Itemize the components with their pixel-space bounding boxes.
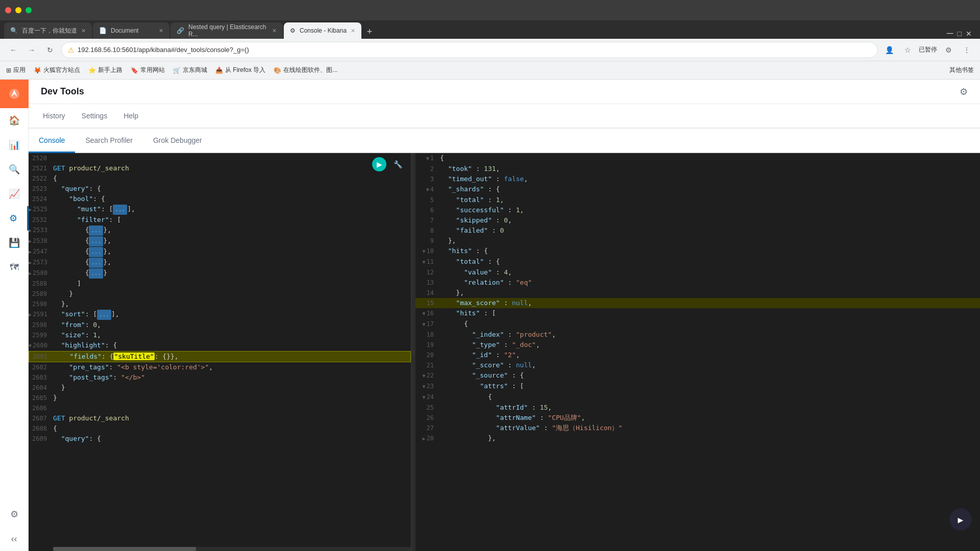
line-content: "fields": {"skuTitle": {}}, [54, 352, 406, 362]
sidebar-item-devtools[interactable]: ⚙ [0, 206, 29, 231]
bookmark-import[interactable]: 📥 从 Firefox 导入 [215, 66, 265, 74]
bookmark-common[interactable]: 🔖 常用网站 [131, 66, 165, 74]
line-number: ▼4 [415, 184, 440, 195]
editor-divider[interactable]: ⋮ [411, 153, 415, 551]
line-content: {...} [53, 268, 407, 279]
sidebar-item-visualize[interactable]: 📊 [0, 133, 29, 157]
bookmark-firefox[interactable]: 🦊 火狐官方站点 [34, 66, 80, 74]
sidebar-item-settings[interactable]: ⚙ [0, 502, 29, 527]
bookmark-label: 应用 [13, 66, 26, 74]
tab-favicon: 🔍 [10, 27, 18, 34]
line-number: ▼10 [415, 246, 440, 257]
sidebar-item-home[interactable]: 🏠 [0, 108, 29, 133]
close-window[interactable]: ✕ [966, 30, 972, 38]
editor-line: 2609 "query": { [29, 434, 411, 444]
editor-line: 19 "_type" : "_doc", [415, 340, 980, 350]
new-tab-button[interactable]: + [362, 24, 377, 39]
sidebar-item-monitoring[interactable]: 💾 [0, 231, 29, 255]
line-number: 8 [415, 226, 440, 236]
editor-line: 14 }, [415, 288, 980, 298]
line-content: "must": [...], [53, 204, 407, 215]
query-editor[interactable]: ▶ 🔧 2520 2521 GET product/_search 2522 { [29, 153, 411, 551]
sidebar-item-maps[interactable]: 🗺 [0, 255, 29, 280]
browser-tab-document[interactable]: 📄 Document ✕ [93, 22, 169, 39]
bookmark-label: 新手上路 [98, 66, 122, 74]
line-content: "failed" : 0 [440, 226, 976, 236]
floating-run-button[interactable]: ▶ [949, 508, 972, 531]
tab-close-btn[interactable]: ✕ [159, 28, 163, 34]
discover-icon: 🔍 [9, 164, 20, 175]
tab-close-btn[interactable]: ✕ [81, 28, 86, 34]
line-number: 2608 [29, 423, 53, 434]
star-icon: ⭐ [88, 67, 96, 74]
run-button[interactable]: ▶ [372, 157, 386, 171]
browser-tab-kibana[interactable]: ⚙ Console - Kibana ✕ [284, 22, 361, 39]
tab-search-profiler[interactable]: Search Profiler [75, 129, 143, 153]
menu-button[interactable]: ⋮ [960, 43, 974, 57]
editor-line: ▶2547 {...}, [29, 246, 411, 257]
line-number: 19 [415, 340, 440, 350]
editor-line: 2606 [29, 403, 411, 413]
line-content: { [53, 173, 407, 184]
line-content: }, [440, 288, 976, 298]
line-content: "sort": [...], [53, 309, 407, 320]
editor-line: 2599 "size": 1, [29, 330, 411, 340]
settings-cog-icon[interactable]: ⚙ [960, 86, 968, 97]
star-button[interactable]: ☆ [900, 43, 915, 57]
extensions-button[interactable]: ⚙ [941, 43, 955, 57]
bookmark-drawing[interactable]: 🎨 在线绘图软件、图... [274, 66, 337, 74]
history-nav-item[interactable]: History [41, 104, 67, 128]
maximize-button[interactable] [26, 7, 32, 13]
line-content: { [53, 423, 407, 434]
wrench-button[interactable]: 🔧 [390, 157, 405, 171]
line-number: 13 [415, 278, 440, 288]
editor-line: 2523 "query": { [29, 184, 411, 194]
close-button[interactable] [5, 7, 11, 13]
line-content: "filter": [ [53, 215, 407, 225]
minimize-window[interactable]: ─ [947, 28, 953, 39]
profile-button[interactable]: 👤 [882, 43, 896, 57]
browser-tab-elasticsearch[interactable]: 🔗 Nested query | Elasticsearch R... ✕ [170, 22, 283, 39]
line-content: "_type" : "_doc", [440, 340, 976, 350]
query-editor-content[interactable]: 2520 2521 GET product/_search 2522 { 252… [29, 153, 411, 551]
sidebar-item-dashboard[interactable]: 📈 [0, 182, 29, 206]
editor-line: 18 "_index" : "product", [415, 330, 980, 340]
tab-console[interactable]: Console [29, 129, 75, 153]
response-editor-content[interactable]: ▼1 { 2 "took" : 131, 3 "timed_out" : fal… [415, 153, 980, 551]
kibana-header: Dev Tools ⚙ [29, 80, 980, 104]
browser-tab-baidu[interactable]: 🔍 百度一下，你就知道 ✕ [4, 22, 92, 39]
settings-nav-item[interactable]: Settings [80, 104, 110, 128]
back-button[interactable]: ← [6, 43, 20, 57]
sidebar-item-discover[interactable]: 🔍 [0, 157, 29, 182]
response-editor[interactable]: ▼1 { 2 "took" : 131, 3 "timed_out" : fal… [415, 153, 980, 551]
bookmark-newbie[interactable]: ⭐ 新手上路 [88, 66, 122, 74]
bookmark-other[interactable]: 其他书签 [949, 66, 974, 74]
bookmark-label: 常用网站 [140, 66, 165, 74]
sidebar-item-collapse[interactable]: ‹‹ [0, 527, 29, 551]
address-bar[interactable]: ⚠ 192.168.56.10:5601/app/kibana#/dev_too… [61, 42, 878, 58]
editor-line: ▶28 }, [415, 433, 980, 444]
help-nav-item[interactable]: Help [121, 104, 140, 128]
line-content: { [440, 392, 976, 403]
bookmark-jd[interactable]: 🛒 京东商城 [173, 66, 207, 74]
tab-close-btn[interactable]: ✕ [351, 28, 355, 34]
line-content: "attrName" : "CPU品牌", [440, 413, 976, 423]
horizontal-scrollbar[interactable] [53, 547, 411, 551]
line-number: 2520 [29, 153, 53, 163]
tab-grok-debugger[interactable]: Grok Debugger [143, 129, 212, 153]
line-number: 27 [415, 423, 440, 433]
kibana-logo[interactable] [0, 80, 29, 108]
tab-close-btn[interactable]: ✕ [272, 28, 277, 34]
editor-line: 21 "_score" : null, [415, 360, 980, 370]
line-content: GET product/_search [53, 413, 407, 423]
line-content: "_index" : "product", [440, 330, 976, 340]
bookmark-apps[interactable]: ⊞ 应用 [6, 66, 26, 74]
forward-button[interactable]: → [24, 43, 39, 57]
minimize-button[interactable] [15, 7, 21, 13]
refresh-button[interactable]: ↻ [43, 43, 57, 57]
editor-line-highlight: 2601 "fields": {"skuTitle": {}}, [29, 351, 411, 362]
home-icon: 🏠 [9, 115, 20, 126]
restore-window[interactable]: □ [958, 30, 962, 38]
pause-label[interactable]: 已暂停 [919, 45, 937, 54]
line-number: 2605 [29, 393, 53, 403]
